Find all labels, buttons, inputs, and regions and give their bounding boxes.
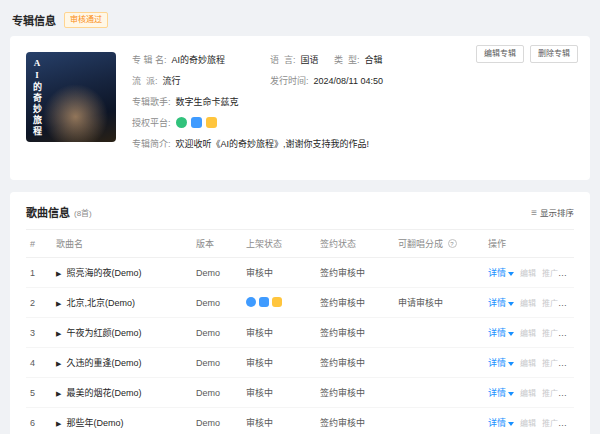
album-name-value: AI的奇妙旅程 [172,53,226,66]
qq-music-platform-icon [246,297,256,307]
song-version: Demo [192,318,242,348]
table-header-row: # 歌曲名 版本 上架状态 签约状态 可翻唱分成 ? 操作 [26,230,574,258]
delete-album-button[interactable]: 删除专辑 [530,45,578,63]
album-artist-value: 数字生命卡兹克 [176,95,239,108]
listing-status: 审核中 [242,348,316,378]
song-detail-link[interactable]: 详情 [488,268,506,278]
songs-section-title: 歌曲信息 [26,204,70,220]
listing-status: 审核中 [242,258,316,288]
cover-share-status [394,258,484,288]
play-icon[interactable]: ▶ [56,300,61,308]
cover-share-status [394,378,484,408]
chevron-down-icon [508,392,514,396]
song-promote-link[interactable]: 推广 [542,269,558,278]
table-row: 1 ▶照亮海的夜(Demo) Demo 审核中 签约审核中 详情编辑推广删除 [26,258,574,288]
play-icon[interactable]: ▶ [56,390,61,398]
song-detail-link[interactable]: 详情 [488,328,506,338]
cover-share-status: 申请审核中 [394,288,484,318]
kuwo-music-platform-icon [272,297,282,307]
song-num: 3 [26,318,52,348]
album-body: AI的奇妙旅程 专 辑 名: AI的奇妙旅程 语 言: 国语 类 型: 合辑 [26,52,574,158]
sort-label: 显示排序 [540,206,574,218]
kugou-music-platform-icon [191,117,202,128]
listing-status: 审核中 [242,408,316,434]
song-promote-link[interactable]: 推广 [542,299,558,308]
song-promote-link[interactable]: 推广 [542,389,558,398]
songs-count: (8首) [74,207,92,218]
song-num: 1 [26,258,52,288]
song-num: 6 [26,408,52,434]
album-cover-image: AI的奇妙旅程 [26,52,116,142]
songs-card: 歌曲信息 (8首) ≡ 显示排序 # 歌曲名 版本 上架状态 签约状态 [10,192,590,434]
song-detail-link[interactable]: 详情 [488,358,506,368]
table-row: 4 ▶久违的重逢(Demo) Demo 审核中 签约审核中 详情编辑推广删除 [26,348,574,378]
col-cover-share: 可翻唱分成 ? [394,230,484,258]
song-detail-link[interactable]: 详情 [488,298,506,308]
play-icon[interactable]: ▶ [56,360,61,368]
album-language-value: 国语 [301,53,319,66]
album-release-value: 2024/08/11 04:50 [314,76,383,86]
col-actions: 操作 [484,230,574,258]
col-version: 版本 [192,230,242,258]
song-version: Demo [192,258,242,288]
edit-album-button[interactable]: 编辑专辑 [476,45,524,63]
song-edit-link[interactable]: 编辑 [520,389,536,398]
listing-status [242,288,316,318]
song-edit-link[interactable]: 编辑 [520,299,536,308]
qq-music-platform-icon [176,117,187,128]
sort-button[interactable]: ≡ 显示排序 [531,206,574,218]
song-edit-link[interactable]: 编辑 [520,329,536,338]
table-row: 6 ▶那些年(Demo) Demo 审核中 签约审核中 详情编辑推广删除 [26,408,574,434]
song-promote-link[interactable]: 推广 [542,419,558,428]
kuwo-music-platform-icon [206,117,217,128]
signing-status: 签约审核中 [316,408,394,434]
table-row: 3 ▶午夜为红颜(Demo) Demo 审核中 签约审核中 详情编辑推广删除 [26,318,574,348]
chevron-down-icon [508,422,514,426]
songs-header: 歌曲信息 (8首) ≡ 显示排序 [26,202,574,229]
signing-status: 签约审核中 [316,258,394,288]
col-cover-share-label: 可翻唱分成 [398,239,443,249]
song-num: 5 [26,378,52,408]
info-icon[interactable]: ? [448,239,457,248]
album-intro-value: 欢迎收听《AI的奇妙旅程》,谢谢你支持我的作品! [176,137,370,150]
listing-status: 审核中 [242,378,316,408]
song-name: 最美的烟花(Demo) [66,388,141,398]
album-card-actions: 编辑专辑 删除专辑 [476,45,578,63]
song-detail-link[interactable]: 详情 [488,388,506,398]
signing-status: 签约审核中 [316,378,394,408]
chevron-down-icon [508,332,514,336]
song-promote-link[interactable]: 推广 [542,329,558,338]
song-edit-link[interactable]: 编辑 [520,419,536,428]
album-genre-value: 流行 [163,74,181,87]
song-name: 午夜为红颜(Demo) [66,328,141,338]
album-card: 编辑专辑 删除专辑 AI的奇妙旅程 专 辑 名: AI的奇妙旅程 语 言: 国语 [10,36,590,180]
album-type-label: 类 型: [334,53,360,66]
song-edit-link[interactable]: 编辑 [520,269,536,278]
play-icon[interactable]: ▶ [56,420,61,428]
album-artist-label: 专辑歌手: [132,95,171,108]
page: 专辑信息 审核通过 编辑专辑 删除专辑 AI的奇妙旅程 专 辑 名: AI的奇妙… [0,0,600,434]
album-release-label: 发行时间: [270,74,309,87]
song-version: Demo [192,288,242,318]
chevron-down-icon [508,272,514,276]
song-name: 北京,北京(Demo) [66,298,135,308]
song-promote-link[interactable]: 推广 [542,359,558,368]
signing-status: 签约审核中 [316,318,394,348]
album-section-title: 专辑信息 [12,12,56,28]
song-detail-link[interactable]: 详情 [488,418,506,428]
song-version: Demo [192,408,242,434]
song-name: 那些年(Demo) [66,418,123,428]
cover-share-status [394,318,484,348]
album-platform-label: 授权平台: [132,116,171,129]
album-intro-label: 专辑简介: [132,137,171,150]
play-icon[interactable]: ▶ [56,330,61,338]
songs-table: # 歌曲名 版本 上架状态 签约状态 可翻唱分成 ? 操作 1 ▶照亮海的夜(D… [26,229,574,434]
album-info: 专 辑 名: AI的奇妙旅程 语 言: 国语 类 型: 合辑 流 派: [132,52,574,158]
cover-share-status [394,348,484,378]
song-edit-link[interactable]: 编辑 [520,359,536,368]
play-icon[interactable]: ▶ [56,270,61,278]
col-listing-status: 上架状态 [242,230,316,258]
song-version: Demo [192,348,242,378]
kugou-music-platform-icon [259,297,269,307]
song-version: Demo [192,378,242,408]
